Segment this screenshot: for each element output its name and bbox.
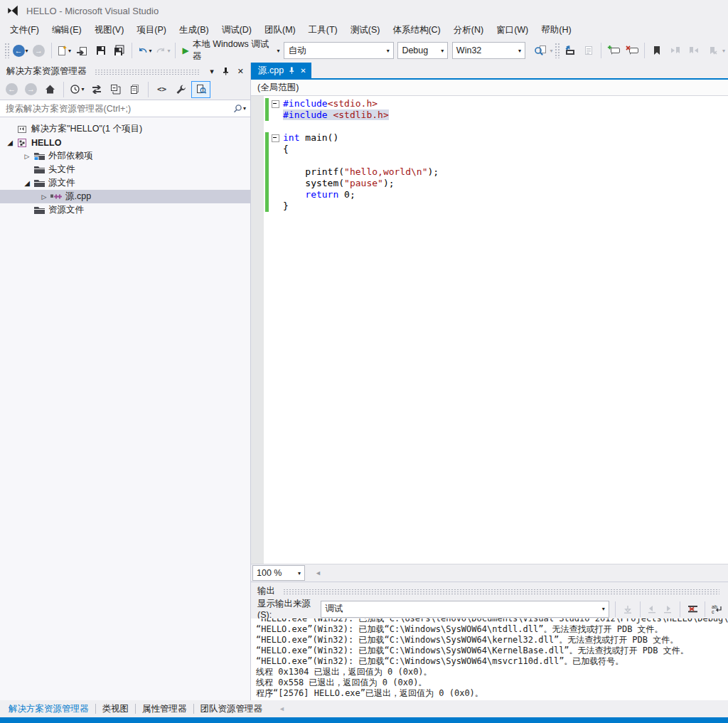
menu-item[interactable]: 窗口(W): [490, 21, 535, 39]
tree-item[interactable]: ▷外部依赖项: [0, 149, 250, 163]
editor-navigation-bar[interactable]: (全局范围): [251, 80, 728, 96]
breakpoint-gutter[interactable]: [251, 96, 264, 564]
horizontal-scrollbar[interactable]: ◄: [309, 567, 728, 579]
expanded-expander-icon[interactable]: ◢: [4, 139, 16, 146]
save-button[interactable]: [92, 42, 110, 59]
tab-close-button[interactable]: ✕: [300, 67, 306, 75]
word-wrap-button[interactable]: ab c: [711, 602, 724, 616]
se-properties-button[interactable]: [172, 82, 190, 97]
bottom-tab-2[interactable]: 类视图: [96, 700, 136, 718]
collapse-region-icon[interactable]: [272, 134, 279, 142]
pin-button[interactable]: [220, 67, 232, 75]
toolbar-grip[interactable]: [555, 43, 560, 58]
solution-explorer-search[interactable]: ▾: [0, 100, 250, 117]
menu-item[interactable]: 测试(S): [344, 21, 387, 39]
next-bookmark-button[interactable]: [685, 42, 703, 59]
se-pending-changes-button[interactable]: ▾: [68, 82, 86, 97]
undo-button[interactable]: ▾: [135, 42, 154, 59]
menu-item[interactable]: 项目(P): [130, 21, 173, 39]
menu-item[interactable]: 体系结构(C): [386, 21, 446, 39]
menu-item[interactable]: 帮助(H): [535, 21, 577, 39]
code-text-area[interactable]: #include<stdio.h>#include <stdlib.h>int …: [264, 96, 728, 564]
tree-item[interactable]: ▷源.cpp: [0, 190, 250, 203]
bottom-tab-4[interactable]: 团队资源管理器: [194, 700, 269, 718]
clear-bookmarks-button[interactable]: [703, 42, 722, 59]
menu-item[interactable]: 调试(D): [215, 21, 258, 39]
menu-item[interactable]: 生成(B): [173, 21, 215, 39]
tab-pin-icon[interactable]: [289, 67, 295, 75]
code-line[interactable]: [264, 121, 728, 132]
tree-item[interactable]: 头文件: [0, 163, 250, 176]
toolbar-overflow-button[interactable]: ▾: [722, 48, 725, 54]
redo-button[interactable]: ▾: [154, 42, 172, 59]
clear-all-button[interactable]: [686, 602, 699, 616]
code-line[interactable]: printf("hello,world\n");: [264, 166, 728, 178]
window-position-menu-button[interactable]: ▾: [208, 67, 216, 76]
scope-dropdown[interactable]: (全局范围): [257, 82, 299, 94]
se-view-code-button[interactable]: <>: [153, 82, 171, 97]
solution-explorer-header[interactable]: 解决方案资源管理器 ▾ ✕: [0, 63, 250, 80]
remove-comment-button[interactable]: [623, 42, 641, 59]
previous-message-button[interactable]: [646, 602, 659, 616]
close-panel-button[interactable]: ✕: [235, 67, 246, 76]
code-line[interactable]: return 0;: [264, 189, 728, 200]
tab-scroll-left-arrow-icon[interactable]: ◄: [279, 705, 285, 712]
goto-source-button[interactable]: [621, 602, 634, 616]
code-line[interactable]: system("pause");: [264, 178, 728, 189]
scroll-left-arrow-icon[interactable]: ◄: [309, 569, 321, 577]
menu-item[interactable]: 团队(M): [258, 21, 302, 39]
menu-item[interactable]: 文件(F): [4, 21, 46, 39]
output-panel-header[interactable]: 输出: [251, 582, 728, 599]
debug-target-combo[interactable]: 自动▾: [284, 42, 393, 59]
navigate-forward-button[interactable]: →: [30, 42, 48, 59]
save-all-button[interactable]: [110, 42, 129, 59]
collapse-region-icon[interactable]: [272, 100, 279, 108]
toolbar-overflow-button[interactable]: ▾: [550, 48, 553, 54]
code-line[interactable]: [264, 155, 728, 166]
code-line[interactable]: int main(): [264, 132, 728, 144]
se-collapse-all-button[interactable]: [107, 82, 124, 97]
se-home-button[interactable]: [41, 82, 59, 97]
start-debug-button[interactable]: ▶ 本地 Windows 调试器 ▾: [178, 42, 284, 59]
source-control-button[interactable]: [561, 42, 579, 59]
menu-item[interactable]: 视图(V): [88, 21, 131, 39]
search-options-button[interactable]: ▾: [243, 105, 246, 112]
code-line[interactable]: #include <stdlib.h>: [264, 109, 728, 121]
output-source-combo[interactable]: 调试 ▾: [321, 601, 609, 618]
tab-source-cpp[interactable]: 源.cpp ✕: [251, 63, 311, 78]
tree-item[interactable]: ◢源文件: [0, 176, 250, 190]
se-back-button[interactable]: ←: [3, 82, 21, 97]
previous-bookmark-button[interactable]: [666, 42, 685, 59]
search-icon[interactable]: [232, 104, 242, 114]
toggle-bookmark-button[interactable]: [648, 42, 666, 59]
platform-combo[interactable]: Win32▾: [452, 42, 525, 59]
code-line[interactable]: #include<stdio.h>: [264, 98, 728, 109]
add-existing-item-button[interactable]: [73, 42, 92, 59]
se-sync-with-active-button[interactable]: [87, 82, 105, 97]
tree-item[interactable]: 解决方案"HELLO"(1 个项目): [0, 122, 250, 136]
menu-item[interactable]: 分析(N): [447, 21, 490, 39]
new-file-button[interactable]: ▾: [55, 42, 73, 59]
menu-item[interactable]: 编辑(E): [46, 21, 88, 39]
se-forward-button[interactable]: →: [22, 82, 40, 97]
menu-item[interactable]: 工具(T): [302, 21, 344, 39]
expanded-expander-icon[interactable]: ◢: [21, 179, 33, 187]
se-show-all-files-button[interactable]: [126, 82, 144, 97]
tree-item[interactable]: 资源文件: [0, 203, 250, 217]
output-text-area[interactable]: “HELLO.exe”(Win32): 已加载“C:\Users\lenovo\…: [251, 618, 728, 700]
se-preview-selected-items-button[interactable]: [191, 81, 210, 98]
tree-item[interactable]: ◢HELLO: [0, 136, 250, 149]
code-editor[interactable]: #include<stdio.h>#include <stdlib.h>int …: [251, 96, 728, 564]
add-comment-button[interactable]: [604, 42, 623, 59]
collapsed-expander-icon[interactable]: ▷: [21, 153, 33, 160]
next-message-button[interactable]: [661, 602, 674, 616]
find-in-files-button[interactable]: [531, 42, 550, 59]
collapsed-expander-icon[interactable]: ▷: [38, 193, 50, 200]
code-line[interactable]: {: [264, 144, 728, 155]
search-input[interactable]: [4, 103, 232, 114]
bottom-tab-3[interactable]: 属性管理器: [136, 700, 193, 718]
document-outline-button[interactable]: [579, 42, 598, 59]
code-line[interactable]: }: [264, 200, 728, 212]
bottom-tab-1[interactable]: 解决方案资源管理器: [2, 700, 95, 718]
zoom-combo[interactable]: 100 %▾: [252, 565, 305, 581]
